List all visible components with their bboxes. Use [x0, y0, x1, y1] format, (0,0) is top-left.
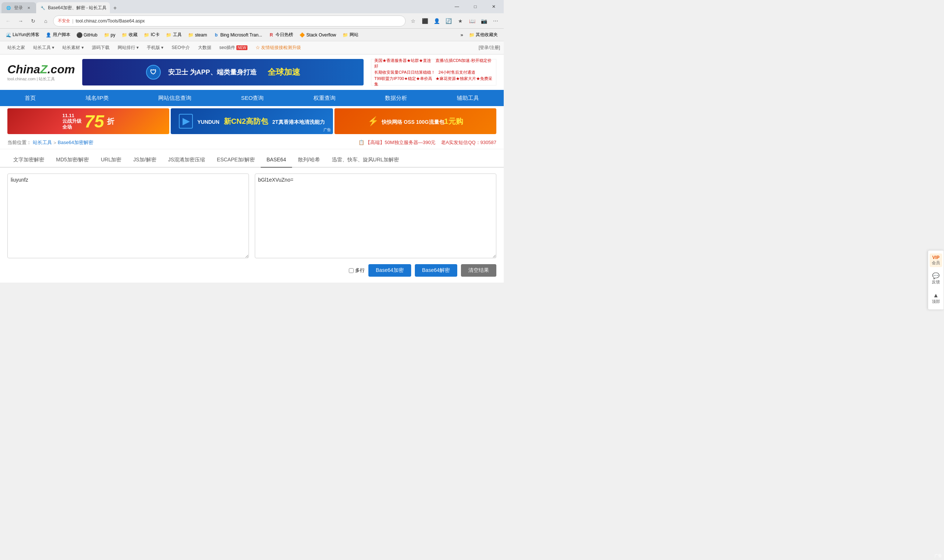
- bookmark-userscript-label: 用户脚本: [53, 32, 71, 38]
- tab-1[interactable]: 🌐 登录 ✕: [2, 2, 36, 13]
- bookmark-steam[interactable]: 📁 steam: [185, 31, 210, 39]
- ads-row: 11.11云战升级全场 75 折 广告 ▶ YUNDUN 新CN2高防包 2T真…: [0, 106, 504, 136]
- tab-hash[interactable]: 散列/哈希: [292, 153, 326, 168]
- bookmark-other-label: 其他收藏夹: [476, 32, 498, 38]
- bookmark-tools-label: 工具: [173, 32, 182, 38]
- header-ad-line1: 美国★香港服务器★站群★直连 直播/点插CDN加速-秒开稳定价好: [374, 58, 493, 69]
- tab-thunder[interactable]: 迅雷、快车、旋风URL加解密: [326, 153, 405, 168]
- collections-button[interactable]: ⬛: [420, 16, 430, 26]
- output-textarea[interactable]: bGl1eXVuZno=: [255, 174, 496, 258]
- bookmark-hot[interactable]: R 今日热榜: [266, 30, 296, 39]
- ic-folder-icon: 📁: [144, 32, 150, 38]
- ad-banner-1[interactable]: 11.11云战升级全场 75 折 广告: [8, 108, 169, 134]
- tab-2-label: Base64加密、解密 - 站长工具: [48, 5, 106, 11]
- bookmark-bing-label: Bing Microsoft Tran...: [220, 32, 262, 38]
- multiline-checkbox[interactable]: [349, 268, 354, 273]
- bookmark-liuyun-label: LiuYun的博客: [12, 32, 39, 38]
- reading-mode-button[interactable]: 📖: [467, 16, 477, 26]
- nav-weight[interactable]: 权重查询: [306, 90, 343, 106]
- multiline-checkbox-label[interactable]: 多行: [349, 267, 365, 274]
- reload-button[interactable]: ↻: [28, 16, 39, 26]
- subnav-source[interactable]: 源码下载: [88, 42, 113, 53]
- tab-url[interactable]: URL加密: [95, 153, 127, 168]
- bookmarks-more-button[interactable]: »: [458, 31, 465, 39]
- nav-home[interactable]: 首页: [17, 90, 43, 106]
- ad-banner-3[interactable]: ⚡ 快快网络 OSS 100G流量包1元购: [335, 108, 496, 134]
- home-button[interactable]: ⌂: [40, 16, 51, 26]
- nav-website-info[interactable]: 网站信息查询: [151, 90, 199, 106]
- subnav-rank[interactable]: 网站排行 ▾: [114, 42, 142, 53]
- bookmark-favorites[interactable]: 📁 收藏: [119, 30, 140, 39]
- bookmark-steam-label: steam: [195, 32, 207, 38]
- tab-2[interactable]: 🔧 Base64加密、解密 - 站长工具 ✕: [36, 2, 110, 13]
- subnav-mobile[interactable]: 手机版 ▾: [143, 42, 167, 53]
- nav-assist[interactable]: 辅助工具: [449, 90, 486, 106]
- bookmark-liuyun[interactable]: 🌊 LiuYun的博客: [3, 30, 42, 39]
- new-tab-button[interactable]: +: [110, 3, 120, 13]
- star-button[interactable]: ☆: [408, 16, 418, 26]
- stackoverflow-icon: 🔶: [300, 32, 305, 38]
- subnav-tools[interactable]: 站长工具 ▾: [29, 42, 58, 53]
- screenshot-button[interactable]: 📷: [479, 16, 489, 26]
- url-bar[interactable]: 不安全 | tool.chinaz.com/Tools/Base64.aspx: [53, 15, 406, 26]
- site-subnav: 站长之家 站长工具 ▾ 站长素材 ▾ 源码下载 网站排行 ▾ 手机版 ▾ SEO…: [0, 41, 504, 54]
- other-folder-icon: 📁: [469, 32, 474, 38]
- bookmark-github[interactable]: ⚫ GitHub: [74, 31, 100, 39]
- subnav-bigdata[interactable]: 大数据: [194, 42, 215, 53]
- minimize-button[interactable]: —: [449, 0, 465, 13]
- ad-banner-2[interactable]: ▶ YUNDUN 新CN2高防包 2T真香港本地清洗能力 广告: [171, 108, 333, 134]
- breadcrumb-row: 当前位置： 站长工具 > Base64加密解密 📋 【高端】50M独立服务器—3…: [0, 136, 504, 149]
- profile-button[interactable]: 👤: [432, 16, 442, 26]
- clear-button[interactable]: 清空结果: [461, 264, 496, 277]
- tab-1-close[interactable]: ✕: [26, 5, 32, 11]
- hot-icon: R: [269, 32, 274, 38]
- input-textarea[interactable]: liuyunfz: [8, 174, 249, 258]
- tab-text-encrypt[interactable]: 文字加密解密: [8, 153, 50, 168]
- bookmarks-bar: 🌊 LiuYun的博客 👤 用户脚本 ⚫ GitHub 📁 py 📁 收藏 📁 …: [0, 29, 504, 41]
- maximize-button[interactable]: □: [467, 0, 484, 13]
- sync-button[interactable]: 🔄: [443, 16, 453, 26]
- subnav-material[interactable]: 站长素材 ▾: [59, 42, 87, 53]
- breadcrumb-tools[interactable]: 站长工具: [33, 139, 52, 146]
- encode-button[interactable]: Base64加密: [369, 264, 411, 277]
- tab-base64[interactable]: BASE64: [261, 153, 292, 168]
- tab-escape[interactable]: ESCAPE加/解密: [211, 153, 261, 168]
- bookmark-py[interactable]: 📁 py: [101, 31, 118, 39]
- bookmark-userscript[interactable]: 👤 用户脚本: [43, 30, 73, 39]
- header-banner[interactable]: 🛡 安卫士 为APP、端类量身打造 全球加速: [82, 59, 364, 86]
- bookmark-ic[interactable]: 📁 IC卡: [141, 30, 163, 39]
- bookmark-stackoverflow[interactable]: 🔶 Stack Overflow: [297, 31, 339, 39]
- bookmark-website[interactable]: 📁 网站: [340, 30, 361, 39]
- bookmark-tools[interactable]: 📁 工具: [164, 30, 185, 39]
- tab-md5[interactable]: MD5加密/解密: [50, 153, 95, 168]
- nav-seo[interactable]: SEO查询: [234, 90, 271, 106]
- header-ad-line2: 长期收安装量CPA日日结算稳稳！ 24小时售后支付通道: [374, 70, 493, 75]
- tool-content: liuyunfz bGl1eXVuZno= 多行 Base64加密 Base64…: [0, 168, 504, 283]
- bookmark-website-label: 网站: [350, 32, 358, 38]
- nav-domain[interactable]: 域名/IP类: [78, 90, 116, 106]
- favorites-button[interactable]: ★: [455, 16, 465, 26]
- subnav-seo-plugin[interactable]: seo插件 NEW: [216, 42, 251, 53]
- bookmark-other[interactable]: 📁 其他收藏夹: [466, 30, 501, 39]
- bookmark-bing[interactable]: b Bing Microsoft Tran...: [211, 31, 265, 39]
- subnav-seo-agent[interactable]: SEO中介: [168, 42, 193, 53]
- subnav-login[interactable]: [登录/注册]: [479, 45, 500, 51]
- close-button[interactable]: ✕: [485, 0, 502, 13]
- tool-actions: 多行 Base64加密 Base64解密 清空结果: [8, 264, 496, 277]
- subnav-links[interactable]: ☆ 友情链接接检测升级: [252, 42, 305, 53]
- tab-bar: 🌐 登录 ✕ 🔧 Base64加密、解密 - 站长工具 ✕ + — □ ✕: [0, 0, 504, 13]
- subnav-home[interactable]: 站长之家: [4, 42, 29, 53]
- settings-button[interactable]: ⋯: [491, 16, 501, 26]
- decode-button[interactable]: Base64解密: [415, 264, 457, 277]
- nav-data[interactable]: 数据分析: [378, 90, 415, 106]
- tab-js[interactable]: JS加/解密: [127, 153, 162, 168]
- back-button[interactable]: ←: [3, 16, 13, 26]
- header-ad-right[interactable]: 美国★香港服务器★站群★直连 直播/点插CDN加速-秒开稳定价好 长期收安装量C…: [371, 59, 496, 86]
- forward-button[interactable]: →: [15, 16, 26, 26]
- breadcrumb-sep: >: [54, 140, 56, 146]
- favorites-folder-icon: 📁: [122, 32, 127, 38]
- tab-js-compress[interactable]: JS混淆加密压缩: [162, 153, 211, 168]
- site-logo: ChinaZ.com tool.chinaz.com | 站长工具: [8, 63, 75, 82]
- browser-window: 🌐 登录 ✕ 🔧 Base64加密、解密 - 站长工具 ✕ + — □ ✕ ← …: [0, 0, 504, 283]
- breadcrumb-current[interactable]: Base64加密解密: [58, 139, 93, 146]
